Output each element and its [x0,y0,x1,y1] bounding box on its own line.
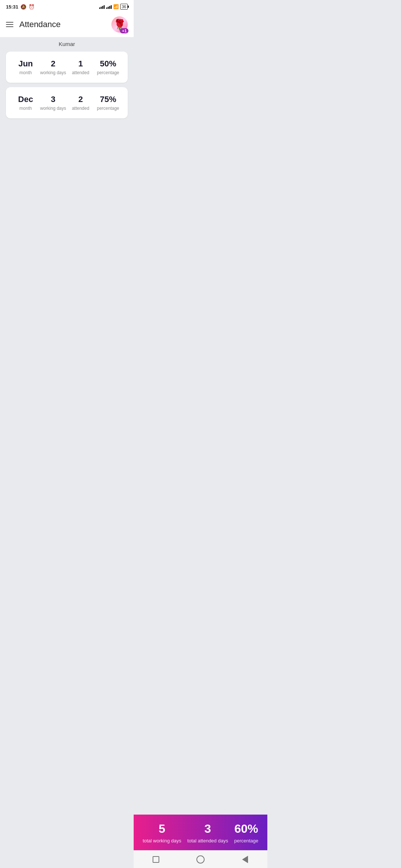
avatar-badge: +1 [120,28,128,33]
stat-month-dec: Dec month [12,95,39,111]
stat-percentage-jun: 50% percentage [94,59,122,75]
wifi-icon: 📶 [113,4,119,9]
stat-label-working-jun: working days [40,70,66,75]
status-left: 15:31 🔕 ⏰ [6,4,35,10]
battery-icon: 36 [120,4,128,10]
hamburger-menu-icon[interactable] [6,22,13,27]
signal-icon-2 [106,4,112,9]
stat-percentage-dec: 75% percentage [94,95,122,111]
attendance-card-jun: Jun month 2 working days 1 attended 50% … [6,52,128,83]
alarm-icon: ⏰ [29,4,35,10]
header: Attendance 🌹 +1 [0,12,134,37]
stat-label-pct-jun: percentage [97,70,119,75]
username-label: Kumar [0,37,134,50]
stat-label-attended-jun: attended [72,70,89,75]
mute-icon: 🔕 [20,4,26,10]
stat-label-working-dec: working days [40,106,66,111]
header-left: Attendance [6,20,61,29]
stat-attended-jun: 1 attended [67,59,94,75]
status-time: 15:31 [6,4,18,10]
stat-value-pct-dec: 75% [100,95,116,104]
stat-value-pct-jun: 50% [100,59,116,69]
stat-value-month-dec: Dec [18,95,33,104]
card-stats-jun: Jun month 2 working days 1 attended 50% … [12,59,122,75]
signal-icon [99,4,105,9]
stat-value-working-dec: 3 [51,95,55,104]
stat-label-attended-dec: attended [72,106,89,111]
status-bar: 15:31 🔕 ⏰ 📶 36 [0,0,134,12]
card-stats-dec: Dec month 3 working days 2 attended 75% … [12,95,122,111]
stat-value-month-jun: Jun [18,59,33,69]
stat-value-attended-dec: 2 [78,95,83,104]
stat-attended-dec: 2 attended [67,95,94,111]
attendance-card-dec: Dec month 3 working days 2 attended 75% … [6,87,128,118]
stat-label-pct-dec: percentage [97,106,119,111]
stat-working-days-jun: 2 working days [39,59,67,75]
avatar-container[interactable]: 🌹 +1 [111,16,128,33]
stat-value-working-jun: 2 [51,59,55,69]
stat-month-jun: Jun month [12,59,39,75]
status-right: 📶 36 [99,4,128,10]
stat-value-attended-jun: 1 [78,59,83,69]
page-title: Attendance [19,20,61,29]
stat-label-month-jun: month [19,70,32,75]
stat-label-month-dec: month [19,106,32,111]
cards-container: Jun month 2 working days 1 attended 50% … [0,50,134,120]
stat-working-days-dec: 3 working days [39,95,67,111]
